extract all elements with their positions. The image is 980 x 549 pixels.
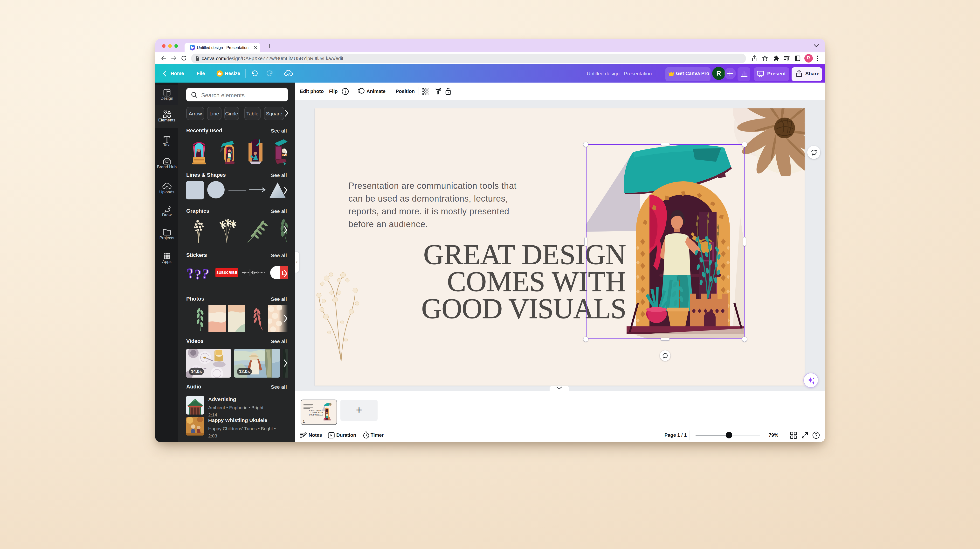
- svg-text:?: ?: [201, 265, 210, 282]
- svg-text:co.: co.: [166, 161, 168, 163]
- svg-text:?: ?: [186, 265, 195, 281]
- svg-text:?: ?: [194, 267, 202, 282]
